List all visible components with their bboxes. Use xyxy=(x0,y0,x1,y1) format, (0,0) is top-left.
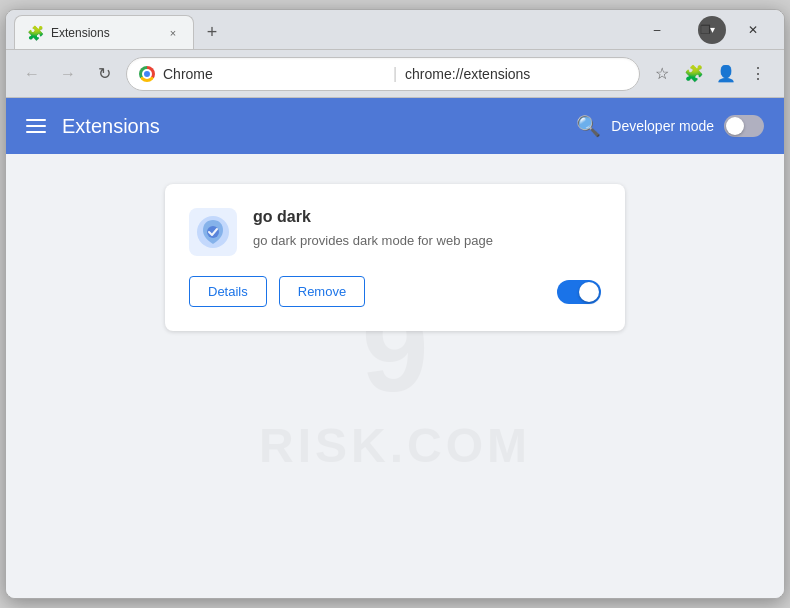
extension-name: go dark xyxy=(253,208,601,226)
extensions-header: Extensions 🔍 Developer mode xyxy=(6,98,784,154)
forward-button[interactable]: → xyxy=(54,60,82,88)
extension-enable-toggle[interactable] xyxy=(557,280,601,304)
developer-mode-label: Developer mode xyxy=(611,118,714,134)
new-tab-button[interactable]: + xyxy=(198,18,226,46)
bookmark-button[interactable]: ☆ xyxy=(648,60,676,88)
chrome-logo-icon xyxy=(139,66,155,82)
remove-button[interactable]: Remove xyxy=(279,276,365,307)
reload-button[interactable]: ↻ xyxy=(90,60,118,88)
search-extensions-button[interactable]: 🔍 xyxy=(576,114,601,138)
address-separator: | xyxy=(393,65,397,83)
hamburger-menu-button[interactable] xyxy=(26,119,46,133)
site-icon xyxy=(139,66,155,82)
close-button[interactable]: ✕ xyxy=(730,15,776,45)
extension-icon xyxy=(189,208,237,256)
menu-button[interactable]: ⋮ xyxy=(744,60,772,88)
tab-favicon: 🧩 xyxy=(27,25,43,41)
address-brand: Chrome xyxy=(163,66,385,82)
profile-button[interactable]: 👤 xyxy=(712,60,740,88)
title-bar: 🧩 Extensions × + ▾ – ❐ ✕ xyxy=(6,10,784,50)
tab-close-button[interactable]: × xyxy=(165,25,181,41)
details-button[interactable]: Details xyxy=(189,276,267,307)
extension-card: go dark go dark provides dark mode for w… xyxy=(165,184,625,331)
toolbar-icons: ☆ 🧩 👤 ⋮ xyxy=(648,60,772,88)
developer-mode-toggle[interactable] xyxy=(724,115,764,137)
browser-window: 🧩 Extensions × + ▾ – ❐ ✕ ← → ↻ Chrome | … xyxy=(5,9,785,599)
maximize-button[interactable]: ❐ xyxy=(682,15,728,45)
active-tab[interactable]: 🧩 Extensions × xyxy=(14,15,194,49)
tab-title: Extensions xyxy=(51,26,157,40)
watermark-text: RISK.COM xyxy=(259,418,531,473)
extension-card-footer: Details Remove xyxy=(189,276,601,307)
address-url: chrome://extensions xyxy=(405,66,627,82)
extension-card-header: go dark go dark provides dark mode for w… xyxy=(189,208,601,256)
extension-icon-svg xyxy=(195,214,231,250)
window-controls: – ❐ ✕ xyxy=(634,15,776,45)
extensions-content: 9 RISK.COM go dark go dark provides dark… xyxy=(6,154,784,598)
back-button[interactable]: ← xyxy=(18,60,46,88)
developer-mode-section: 🔍 Developer mode xyxy=(576,114,764,138)
extensions-button[interactable]: 🧩 xyxy=(680,60,708,88)
extension-info: go dark go dark provides dark mode for w… xyxy=(253,208,601,250)
address-bar[interactable]: Chrome | chrome://extensions xyxy=(126,57,640,91)
omnibar: ← → ↻ Chrome | chrome://extensions ☆ 🧩 👤… xyxy=(6,50,784,98)
extensions-page-title: Extensions xyxy=(62,115,560,138)
extension-description: go dark provides dark mode for web page xyxy=(253,232,601,250)
minimize-button[interactable]: – xyxy=(634,15,680,45)
